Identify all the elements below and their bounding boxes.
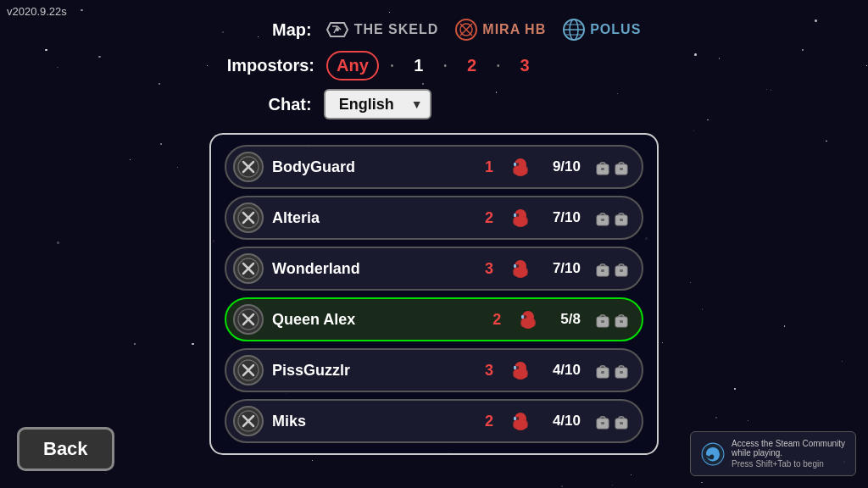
map-filter-row: Map: THE SKELD xyxy=(227,17,642,42)
svg-rect-46 xyxy=(601,320,604,323)
svg-point-21 xyxy=(523,217,528,225)
lobby-row[interactable]: PissGuzzlr 3 4/10 xyxy=(225,348,643,392)
bag-icons xyxy=(594,208,630,227)
filters-area: Map: THE SKELD xyxy=(227,17,642,119)
svg-rect-48 xyxy=(620,320,623,323)
map-label: Map: xyxy=(227,20,312,40)
lobby-row[interactable]: Queen Alex 2 5/8 xyxy=(225,297,643,341)
map-polus[interactable]: POLUS xyxy=(561,17,641,42)
lobby-impostors: 3 xyxy=(485,260,498,278)
svg-rect-42 xyxy=(521,315,524,319)
steam-notification: Access the Steam Community while playing… xyxy=(690,431,856,476)
bag-icons xyxy=(594,158,630,176)
lobby-impostors: 1 xyxy=(485,158,498,176)
lobby-icon xyxy=(233,202,264,233)
main-container: Map: THE SKELD xyxy=(0,0,868,488)
lobby-impostors: 2 xyxy=(485,413,498,430)
map-mira-hb[interactable]: MIRA HB xyxy=(453,17,546,42)
svg-rect-35 xyxy=(601,269,604,272)
lobby-row[interactable]: Wonderland 3 7/10 xyxy=(225,247,643,291)
impostor-1[interactable]: 1 xyxy=(405,53,431,79)
chat-select[interactable]: English Spanish Korean Japanese Other xyxy=(324,89,431,119)
impostors-filter-row: Impostors: Any • 1 • 2 • 3 xyxy=(227,51,538,80)
bag-icons xyxy=(594,412,630,430)
steam-hint: Press Shift+Tab to begin xyxy=(732,459,845,469)
mira-label: MIRA HB xyxy=(482,22,546,37)
bag-icons xyxy=(594,259,630,278)
player-figure-icon xyxy=(510,207,531,229)
lobby-icon xyxy=(233,152,264,182)
lobby-name: Wonderland xyxy=(272,260,476,278)
svg-rect-20 xyxy=(514,214,516,217)
chat-label: Chat: xyxy=(227,95,312,114)
lobby-list: BodyGuard 1 9/10 xyxy=(209,133,659,455)
lobby-icon xyxy=(233,355,264,385)
chat-filter-row: Chat: English Spanish Korean Japanese Ot… xyxy=(227,89,431,119)
svg-point-22 xyxy=(513,217,518,225)
steam-text: Access the Steam Community while playing… xyxy=(732,439,845,469)
lobby-count: 7/10 xyxy=(553,260,581,277)
svg-point-32 xyxy=(523,268,528,276)
svg-point-10 xyxy=(523,166,528,175)
lobby-icon xyxy=(233,304,264,335)
player-figure-icon xyxy=(518,308,538,330)
version-label: v2020.9.22s xyxy=(7,5,67,18)
player-figure-icon xyxy=(510,258,531,280)
svg-rect-68 xyxy=(601,422,604,424)
lobby-name: BodyGuard xyxy=(272,158,476,176)
svg-rect-59 xyxy=(620,371,623,374)
impostor-2[interactable]: 2 xyxy=(459,53,485,79)
svg-rect-70 xyxy=(620,422,623,424)
svg-point-54 xyxy=(523,369,528,378)
svg-rect-57 xyxy=(601,371,604,374)
svg-rect-13 xyxy=(601,168,604,170)
lobby-count: 5/8 xyxy=(560,311,581,328)
svg-rect-26 xyxy=(620,219,623,221)
svg-point-65 xyxy=(523,420,528,429)
lobby-impostors: 2 xyxy=(492,311,506,329)
lobby-icon xyxy=(233,406,264,436)
map-icons: THE SKELD MIRA HB xyxy=(324,17,642,42)
lobby-row[interactable]: Miks 2 4/10 xyxy=(225,399,643,443)
impostors-label: Impostors: xyxy=(227,56,314,75)
svg-rect-53 xyxy=(514,366,516,369)
svg-rect-24 xyxy=(601,219,604,221)
lobby-icon xyxy=(233,253,264,284)
lobby-count: 4/10 xyxy=(553,413,581,430)
impostors-options: Any • 1 • 2 • 3 xyxy=(326,51,538,80)
player-figure-icon xyxy=(510,359,531,381)
svg-point-11 xyxy=(513,166,518,175)
lobby-name: Queen Alex xyxy=(272,311,484,329)
back-button[interactable]: Back xyxy=(17,427,114,471)
svg-point-66 xyxy=(513,420,518,429)
svg-point-55 xyxy=(513,369,518,378)
steam-line2: while playing. xyxy=(732,448,845,458)
svg-point-33 xyxy=(513,268,518,276)
chat-dropdown-wrapper: English Spanish Korean Japanese Other xyxy=(324,89,431,119)
lobby-impostors: 3 xyxy=(485,362,498,380)
svg-rect-9 xyxy=(514,163,516,166)
lobby-row[interactable]: Alteria 2 7/10 xyxy=(225,196,643,240)
svg-point-0 xyxy=(336,28,339,31)
map-the-skeld[interactable]: THE SKELD xyxy=(324,18,439,42)
svg-point-44 xyxy=(520,319,526,327)
lobby-count: 4/10 xyxy=(553,362,581,379)
bag-icons xyxy=(594,310,630,329)
svg-rect-64 xyxy=(514,417,516,420)
the-skeld-label: THE SKELD xyxy=(354,22,439,37)
steam-line1: Access the Steam Community xyxy=(732,439,845,448)
svg-rect-15 xyxy=(620,168,623,170)
lobby-name: Alteria xyxy=(272,209,476,227)
svg-rect-31 xyxy=(514,264,516,268)
impostor-any[interactable]: Any xyxy=(326,51,379,80)
lobby-count: 7/10 xyxy=(553,209,581,226)
lobby-name: Miks xyxy=(272,413,476,430)
svg-point-43 xyxy=(531,319,536,327)
svg-rect-37 xyxy=(620,269,623,272)
lobby-row[interactable]: BodyGuard 1 9/10 xyxy=(225,145,643,189)
lobby-count: 9/10 xyxy=(553,158,581,175)
lobby-impostors: 2 xyxy=(485,209,498,227)
player-figure-icon xyxy=(510,410,531,432)
impostor-3[interactable]: 3 xyxy=(512,53,538,79)
lobby-name: PissGuzzlr xyxy=(272,362,476,380)
